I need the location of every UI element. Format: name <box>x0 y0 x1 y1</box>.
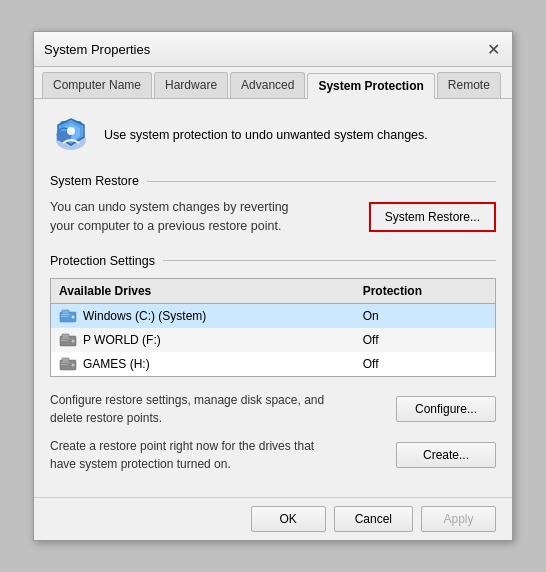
svg-rect-11 <box>61 316 68 317</box>
system-restore-area: You can undo system changes by reverting… <box>50 198 496 236</box>
col-header-drives: Available Drives <box>51 278 355 303</box>
table-row[interactable]: Windows (C:) (System) On <box>51 303 496 328</box>
drive-cell: P WORLD (F:) <box>51 328 355 352</box>
svg-point-19 <box>72 363 75 366</box>
system-restore-description: You can undo system changes by reverting… <box>50 198 359 236</box>
apply-button[interactable]: Apply <box>421 506 496 532</box>
create-action-row: Create a restore point right now for the… <box>50 437 496 473</box>
svg-point-14 <box>72 339 75 342</box>
drive-icon-f <box>59 333 77 347</box>
tab-remote[interactable]: Remote <box>437 72 501 98</box>
tab-hardware[interactable]: Hardware <box>154 72 228 98</box>
tab-computer-name[interactable]: Computer Name <box>42 72 152 98</box>
system-restore-button[interactable]: System Restore... <box>369 202 496 232</box>
system-restore-label: System Restore <box>50 174 496 188</box>
protection-status-c: On <box>355 303 496 328</box>
tab-advanced[interactable]: Advanced <box>230 72 305 98</box>
drives-table: Available Drives Protection <box>50 278 496 377</box>
section-divider-2 <box>163 260 496 261</box>
svg-rect-20 <box>61 362 70 363</box>
svg-rect-13 <box>62 334 69 338</box>
create-description: Create a restore point right now for the… <box>50 437 386 473</box>
svg-rect-18 <box>62 358 69 362</box>
header-section: Use system protection to undo unwanted s… <box>50 113 496 158</box>
svg-point-9 <box>72 315 75 318</box>
svg-point-6 <box>67 127 75 135</box>
ok-button[interactable]: OK <box>251 506 326 532</box>
configure-action-row: Configure restore settings, manage disk … <box>50 391 496 427</box>
cancel-button[interactable]: Cancel <box>334 506 413 532</box>
header-description: Use system protection to undo unwanted s… <box>104 126 428 145</box>
svg-rect-8 <box>62 310 69 314</box>
table-row[interactable]: P WORLD (F:) Off <box>51 328 496 352</box>
svg-rect-15 <box>61 338 70 339</box>
shield-icon <box>50 113 92 158</box>
create-button[interactable]: Create... <box>396 442 496 468</box>
drive-icon-c <box>59 309 77 323</box>
window-title: System Properties <box>44 42 150 57</box>
protection-settings-label: Protection Settings <box>50 254 496 268</box>
drive-cell: GAMES (H:) <box>51 352 355 377</box>
protection-status-h: Off <box>355 352 496 377</box>
drive-icon-h <box>59 357 77 371</box>
configure-description: Configure restore settings, manage disk … <box>50 391 386 427</box>
system-properties-window: System Properties ✕ Computer Name Hardwa… <box>33 31 513 541</box>
tab-system-protection[interactable]: System Protection <box>307 73 434 99</box>
svg-rect-21 <box>61 364 68 365</box>
protection-status-f: Off <box>355 328 496 352</box>
dialog-footer: OK Cancel Apply <box>34 497 512 540</box>
tab-bar: Computer Name Hardware Advanced System P… <box>34 67 512 99</box>
drive-cell: Windows (C:) (System) <box>51 303 355 328</box>
section-divider <box>147 181 496 182</box>
tab-content: Use system protection to undo unwanted s… <box>34 99 512 497</box>
close-button[interactable]: ✕ <box>484 40 502 58</box>
col-header-protection: Protection <box>355 278 496 303</box>
title-bar: System Properties ✕ <box>34 32 512 67</box>
configure-button[interactable]: Configure... <box>396 396 496 422</box>
svg-rect-16 <box>61 340 68 341</box>
svg-rect-10 <box>61 314 70 315</box>
table-row[interactable]: GAMES (H:) Off <box>51 352 496 377</box>
